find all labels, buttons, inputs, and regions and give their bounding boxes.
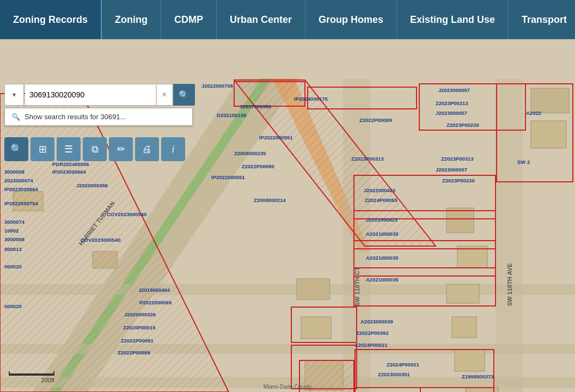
svg-rect-23 — [452, 317, 476, 338]
list-tool-button[interactable]: ☰ — [57, 137, 81, 161]
scale-bar: 200ft — [9, 371, 54, 383]
tab-urban-center[interactable]: Urban Center — [217, 0, 305, 39]
svg-rect-8 — [496, 78, 523, 392]
search-tool-icon: 🔍 — [10, 143, 22, 155]
draw-tool-button[interactable]: ✏ — [109, 137, 133, 161]
tool-row: 🔍 ⊞ ☰ ⧉ ✏ 🖨 i — [4, 137, 195, 161]
tab-cdmp[interactable]: CDMP — [161, 0, 217, 39]
svg-rect-24 — [455, 350, 485, 371]
chevron-down-icon: ▾ — [13, 91, 16, 99]
tab-existing-land-use[interactable]: Existing Land Use — [397, 0, 509, 39]
svg-rect-28 — [531, 121, 566, 148]
search-button[interactable]: 🔍 — [173, 84, 195, 106]
search-row: ▾ × 🔍 🔍 Show search results for 30691... — [4, 84, 195, 106]
search-suggestion-text: Show search results for 30691... — [25, 113, 126, 121]
print-icon: 🖨 — [142, 144, 152, 155]
search-icon: 🔍 — [179, 90, 189, 100]
svg-rect-27 — [532, 89, 570, 114]
stack-tool-button[interactable]: ⧉ — [83, 137, 107, 161]
map-area[interactable]: SW 118TH CT SW 118TH AVE HARRIET TUBMAN … — [0, 39, 575, 392]
svg-rect-22 — [446, 284, 479, 303]
tab-zoning-records[interactable]: Zoning Records — [0, 0, 102, 39]
search-suggestion-icon: 🔍 — [11, 113, 20, 121]
layers-icon: ⊞ — [39, 143, 47, 155]
toolbar: ▾ × 🔍 🔍 Show search results for 30691...… — [4, 84, 195, 161]
svg-rect-20 — [448, 209, 475, 234]
svg-text:SW 118TH CT: SW 118TH CT — [354, 267, 360, 306]
search-tool-button[interactable]: 🔍 — [4, 137, 28, 161]
layers-tool-button[interactable]: ⊞ — [30, 137, 54, 161]
info-tool-button[interactable]: i — [161, 137, 185, 161]
tab-zoning[interactable]: Zoning — [102, 0, 161, 39]
search-suggestion[interactable]: 🔍 Show search results for 30691... — [4, 108, 193, 126]
tab-transport[interactable]: Transport — [509, 0, 575, 39]
svg-rect-14 — [298, 280, 331, 301]
scale-label: 200ft — [9, 377, 54, 383]
search-dropdown-button[interactable]: ▾ — [4, 84, 24, 106]
list-icon: ☰ — [64, 143, 73, 155]
attribution-text: Miami-Dade County — [264, 384, 311, 390]
navigation-bar: Zoning Records Zoning CDMP Urban Center … — [0, 0, 575, 39]
svg-rect-15 — [301, 317, 331, 339]
clear-search-button[interactable]: × — [157, 84, 172, 106]
print-tool-button[interactable]: 🖨 — [135, 137, 159, 161]
stack-icon: ⧉ — [91, 144, 99, 155]
draw-icon: ✏ — [117, 143, 125, 155]
info-icon: i — [172, 144, 174, 155]
tab-group-homes[interactable]: Group Homes — [305, 0, 397, 39]
map-attribution: Miami-Dade County — [264, 384, 311, 390]
search-input[interactable] — [25, 84, 156, 106]
svg-text:SW 118TH AVE: SW 118TH AVE — [506, 264, 513, 306]
